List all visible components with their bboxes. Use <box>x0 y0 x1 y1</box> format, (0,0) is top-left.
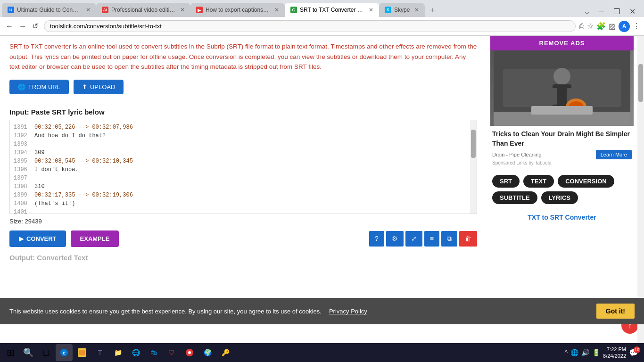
browser-taskbar-button[interactable]: 🌐 <box>127 344 144 361</box>
upload-icon: ⬆ <box>82 83 87 90</box>
expand-icon-button[interactable]: ⤢ <box>405 231 422 247</box>
upload-label: UPLOAD <box>90 83 115 90</box>
from-url-label: FROM URL <box>28 83 60 90</box>
convert-button[interactable]: ▶ CONVERT <box>9 230 66 247</box>
new-tab-button[interactable]: ＋ <box>425 3 440 17</box>
example-button[interactable]: EXAMPLE <box>71 230 119 247</box>
notification-badge[interactable]: 💬 10 <box>629 348 638 357</box>
code-line-1398: 1398310 <box>14 182 473 191</box>
ad-learn-button[interactable]: Learn More <box>596 150 632 159</box>
code-line-1392: 1392And how do I do that? <box>14 132 473 140</box>
page-scrollbar[interactable] <box>637 36 644 343</box>
srt-input-area[interactable]: 139100:32:05,226 --> 00:32:07,986 1392An… <box>9 120 477 214</box>
tab-3-favicon: ▶ <box>196 7 203 13</box>
output-label: Output: Converted Text <box>9 254 477 262</box>
delete-icon-button[interactable]: 🗑 <box>459 231 477 247</box>
menu-icon[interactable]: ⋮ <box>633 22 640 31</box>
tab-3-close[interactable]: ✕ <box>274 7 279 13</box>
tab-2-close[interactable]: ✕ <box>180 7 185 13</box>
tab-5-close[interactable]: ✕ <box>414 7 419 13</box>
edge-icon: e <box>60 348 68 357</box>
extensions-icon[interactable]: 🧩 <box>596 22 606 31</box>
tray-datetime[interactable]: 7:22 PM 8/24/2022 <box>603 346 626 360</box>
settings-icon-button[interactable]: ⚙ <box>386 231 404 247</box>
tab-5[interactable]: S Skype ✕ <box>379 3 425 17</box>
chrome2-taskbar-button[interactable]: 🌍 <box>199 344 216 361</box>
explorer-taskbar-button[interactable] <box>74 344 91 361</box>
main-area: SRT to TXT converter is an online tool u… <box>0 36 644 343</box>
tag-subtitle[interactable]: SUBTITLE <box>492 191 537 204</box>
tray-chevron[interactable]: ^ <box>564 349 568 356</box>
remove-ads-bar[interactable]: REMOVE ADS <box>490 36 634 50</box>
tab-3[interactable]: ▶ How to export captions and... ✕ <box>190 3 285 17</box>
tab-4-label: SRT to TXT Converter - Tool... <box>300 7 364 13</box>
close-button[interactable]: ✕ <box>627 6 638 17</box>
svg-text:e: e <box>63 350 66 355</box>
chrome-taskbar-button[interactable] <box>181 344 198 361</box>
textarea-scrollbar[interactable] <box>470 120 477 214</box>
minimize-button[interactable]: ─ <box>596 7 607 17</box>
code-line-1401: 1401 <box>14 208 473 214</box>
tray-network-icon[interactable]: 🌐 <box>570 349 578 356</box>
divider <box>9 102 477 102</box>
tray-battery-icon[interactable]: 🔋 <box>592 349 600 356</box>
action-right-buttons: ? ⚙ ⤢ ≡ ⧉ 🗑 <box>369 231 477 247</box>
tab-2-label: Professional video editing so... <box>111 7 175 13</box>
tag-conversion[interactable]: CONVERSION <box>558 175 614 188</box>
got-it-button[interactable]: Got it! <box>596 304 635 319</box>
url-input[interactable] <box>44 20 576 32</box>
help-icon-button[interactable]: ? <box>369 231 384 247</box>
ad-sponsored: Sponsored Links by Taboola <box>492 160 632 165</box>
reload-button[interactable]: ↺ <box>30 21 40 32</box>
tab-1-favicon: U <box>8 7 14 13</box>
privacy-policy-link[interactable]: Privacy Policy <box>329 308 367 315</box>
page-scrollbar-thumb <box>638 64 643 102</box>
tab-1-label: Ultimate Guide to Convert S... <box>17 7 81 13</box>
right-sidebar: REMOVE ADS <box>487 36 637 343</box>
tab-4-close[interactable]: ✕ <box>369 7 373 13</box>
code-line-1400: 1400(That's it!) <box>14 199 473 208</box>
split-view-icon[interactable]: ▨ <box>609 22 616 31</box>
chrome-icon <box>185 348 194 357</box>
search-button[interactable]: 🔍 <box>20 344 37 361</box>
share-icon[interactable]: ⎙ <box>579 22 584 31</box>
ad-text-area: Tricks to Clean Your Drain Might Be Simp… <box>490 126 634 169</box>
tab-4[interactable]: G SRT to TXT Converter - Tool... ✕ <box>285 3 379 17</box>
globe-icon: 🌐 <box>18 83 25 90</box>
lastpass-taskbar-button[interactable]: 🔑 <box>217 344 234 361</box>
txt-to-srt-link[interactable]: TXT to SRT Converter <box>528 214 596 221</box>
files-taskbar-button[interactable]: 📁 <box>109 344 126 361</box>
list-icon-button[interactable]: ≡ <box>424 231 439 247</box>
intro-text: SRT to TXT converter is an online tool u… <box>9 41 477 72</box>
cookie-text: This website uses cookies to ensure you … <box>9 308 322 315</box>
teams-taskbar-button[interactable]: T <box>91 344 108 361</box>
tab-1-close[interactable]: ✕ <box>86 7 91 13</box>
size-info: Size: 29439 <box>9 218 477 225</box>
forward-button[interactable]: → <box>17 21 28 32</box>
svg-point-15 <box>188 351 191 354</box>
back-button[interactable]: ← <box>4 21 15 32</box>
tab-1[interactable]: U Ultimate Guide to Convert S... ✕ <box>2 3 96 17</box>
security-taskbar-button[interactable]: 🛡 <box>163 344 180 361</box>
tray-volume-icon[interactable]: 🔊 <box>581 349 589 356</box>
tag-lyrics[interactable]: LYRICS <box>541 191 578 204</box>
notification-count: 10 <box>634 346 640 353</box>
edge-taskbar-button[interactable]: e <box>56 344 73 361</box>
store-taskbar-button[interactable]: 🛍 <box>145 344 162 361</box>
code-line-1397: 1397 <box>14 174 473 182</box>
bookmark-icon[interactable]: ☆ <box>587 22 594 31</box>
start-button[interactable]: ⊞ <box>2 344 19 361</box>
copy-icon-button[interactable]: ⧉ <box>441 231 457 247</box>
restore-button[interactable]: ❐ <box>611 6 623 17</box>
upload-button[interactable]: ⬆ UPLOAD <box>74 80 124 94</box>
ad-image <box>490 50 634 126</box>
task-view-button[interactable]: ❑ <box>38 344 55 361</box>
tag-srt[interactable]: SRT <box>492 175 520 188</box>
tag-text[interactable]: TEXT <box>523 175 554 188</box>
tab-2[interactable]: Ai Professional video editing so... ✕ <box>96 3 190 17</box>
from-url-button[interactable]: 🌐 FROM URL <box>9 80 69 94</box>
tab-5-label: Skype <box>394 7 410 13</box>
profile-button[interactable]: A <box>619 21 630 32</box>
svg-rect-9 <box>531 106 593 115</box>
tab-list-button[interactable]: ⌵ <box>582 6 592 17</box>
